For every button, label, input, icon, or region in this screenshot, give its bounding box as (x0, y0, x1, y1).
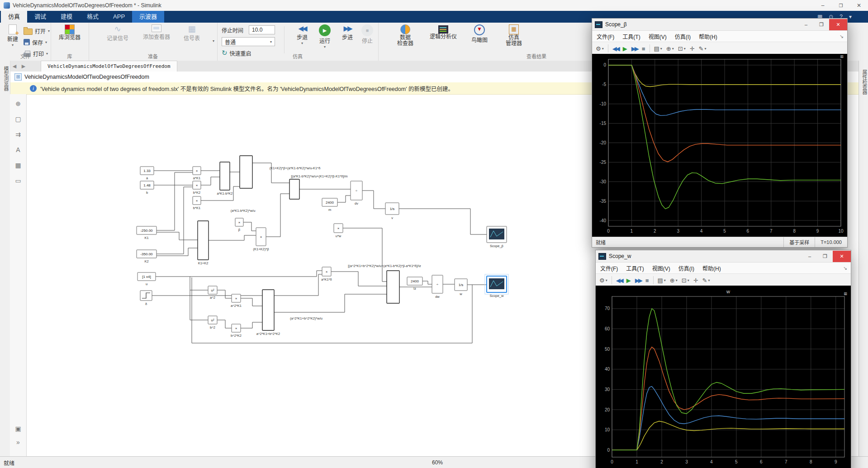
measurements-icon[interactable]: ✛ (690, 45, 695, 52)
property-inspector-tab[interactable]: 属性检查器 (859, 61, 868, 456)
diagram-block[interactable]: ×u*w (334, 224, 343, 238)
diagram-block[interactable]: ×a*K1*δ (321, 267, 332, 282)
brush-icon[interactable]: ✎ (702, 277, 710, 284)
scope-w-window[interactable]: Scope_w – ❐ ✕ 文件(F)工具(T)视图(V)仿真(I)帮助(H)↘… (595, 250, 851, 468)
display-settings-icon[interactable]: ▤ (654, 45, 662, 52)
maximize-button[interactable]: ❐ (817, 251, 833, 262)
signal-table-button[interactable]: ▦ 信号表 (179, 24, 204, 53)
nav-back-icon[interactable]: ◀ (10, 63, 19, 69)
minimize-button[interactable]: – (798, 19, 814, 30)
tab-仿真[interactable]: 仿真 (1, 11, 27, 23)
measurements-icon[interactable]: ✛ (693, 277, 698, 284)
menu-工具(T)[interactable]: 工具(T) (626, 264, 644, 272)
model-browser-tab[interactable]: 模型浏览器 (0, 61, 10, 456)
menu-帮助(H)[interactable]: 帮助(H) (699, 33, 717, 40)
menu-工具(T)[interactable]: 工具(T) (622, 33, 640, 40)
brush-icon[interactable]: ✎ (699, 45, 707, 52)
tab-调试[interactable]: 调试 (27, 11, 53, 23)
signal-routing-icon[interactable]: ⇉ (10, 128, 26, 141)
image-icon[interactable]: ▭ (10, 174, 26, 187)
stop-icon[interactable]: ■ (642, 45, 645, 52)
diagram-block[interactable]: ×b^2*K2 (231, 324, 242, 338)
tab-格式[interactable]: 格式 (80, 11, 106, 23)
diagram-block[interactable]: ×a^2*K1 (231, 294, 242, 308)
diagram-block[interactable]: -350.00K2 (137, 250, 157, 263)
run-icon[interactable]: ▶ (623, 45, 627, 52)
diagram-block[interactable]: K1+K2 (198, 221, 209, 265)
tab-建模[interactable]: 建模 (53, 11, 80, 23)
breadcrumb[interactable]: VehicleDynamicsModelOfTwoDegreesOfFreedo… (24, 74, 149, 80)
diagram-block[interactable]: ×β (235, 218, 243, 232)
close-button[interactable]: ✕ (833, 251, 851, 262)
plot-corner-widget-icon[interactable]: ⊞ (844, 291, 847, 296)
maximize-button[interactable]: ❐ (814, 19, 829, 30)
step-forward-icon[interactable]: ▶▶ (631, 45, 638, 52)
dock-icon[interactable]: ↘ (840, 33, 844, 39)
stop-button[interactable]: ■ 停止 (357, 24, 377, 53)
plot-corner-widget-icon[interactable]: ⊞ (840, 54, 844, 59)
document-tab[interactable]: VehicleDynamicsModelOfTwoDegreesOfFreedo… (41, 61, 177, 72)
menu-视图(V)[interactable]: 视图(V) (652, 264, 670, 272)
minimize-button[interactable] (814, 0, 832, 11)
diagram-block[interactable]: 2400Iz (407, 277, 422, 291)
autoscale-icon[interactable]: ⊡ (678, 45, 686, 52)
minimize-button[interactable]: – (802, 251, 817, 262)
prepare-expand-icon[interactable] (213, 39, 214, 43)
stop-time-input[interactable]: 10.0 (249, 25, 275, 34)
diagram-block[interactable]: ÷dv (351, 181, 362, 205)
diagram-block[interactable] (240, 156, 252, 188)
diagram-block[interactable]: -250.00K1 (137, 226, 157, 240)
text-annotation-icon[interactable]: A (10, 143, 26, 157)
diagram-block[interactable]: ×a*K1 (193, 167, 201, 180)
step-back-button[interactable]: ◀◀ 步退 (292, 24, 312, 53)
diagram-block[interactable]: 1/sw (455, 279, 467, 296)
diagram-block[interactable] (289, 179, 299, 199)
scope-beta-window[interactable]: Scope_β – ❐ ✕ 文件(F)工具(T)视图(V)仿真(I)帮助(H)↘… (592, 18, 848, 248)
menu-仿真(I)[interactable]: 仿真(I) (678, 264, 694, 272)
more-icon[interactable]: ▾ (849, 14, 852, 20)
step-forward-icon[interactable]: ▶▶ (635, 277, 641, 284)
diagram-block[interactable]: 1/sv (385, 203, 399, 220)
dock-icon[interactable]: ↘ (843, 265, 847, 271)
diagram-block[interactable]: ×(K1+K2)*β (253, 228, 270, 251)
birds-eye-button[interactable]: ▼ 鸟瞰图 (467, 24, 492, 53)
tab-APP[interactable]: APP (106, 11, 132, 23)
close-button[interactable]: ✕ (829, 19, 847, 30)
diagram-block[interactable] (387, 271, 399, 303)
add-viewer-button[interactable]: 添加查看器 (139, 24, 174, 53)
diagram-block[interactable]: Scope_β (487, 226, 507, 248)
diagram-block[interactable]: ÷dw (432, 275, 443, 299)
library-browser-button[interactable]: 库浏览器 (58, 24, 81, 53)
diagram-block[interactable]: [1 x4]u (138, 272, 156, 286)
step-back-icon[interactable]: ◀◀ (612, 45, 619, 52)
diagram-block[interactable]: ×b*K2 (193, 181, 201, 195)
expand-icon[interactable]: » (10, 435, 26, 449)
scope-plot-area[interactable]: 0123456789010203040506070w⊞ (596, 286, 851, 468)
step-forward-button[interactable]: ▶▶ 步进 (337, 24, 357, 53)
maximize-button[interactable] (832, 0, 850, 11)
menu-文件(F)[interactable]: 文件(F) (597, 33, 614, 40)
run-icon[interactable]: ▶ (626, 277, 631, 284)
menu-帮助(H)[interactable]: 帮助(H) (702, 264, 721, 272)
logic-analyzer-button[interactable]: 逻辑分析仪 (426, 24, 460, 53)
step-back-icon[interactable]: ◀◀ (616, 277, 622, 284)
diagram-block[interactable]: u²b^2 (208, 316, 217, 330)
scope-titlebar[interactable]: Scope_w – ❐ ✕ (596, 250, 851, 263)
diagram-block[interactable]: 1.48b (140, 181, 154, 195)
diagram-block[interactable]: u²a^2 (208, 286, 217, 300)
new-button[interactable]: 新建 (1, 24, 24, 53)
menu-仿真(I)[interactable]: 仿真(I) (675, 33, 691, 40)
menu-文件(F)[interactable]: 文件(F) (600, 264, 618, 272)
scope-titlebar[interactable]: Scope_β – ❐ ✕ (592, 19, 847, 31)
area-icon[interactable]: ▦ (10, 158, 26, 172)
log-signals-button[interactable]: ∿ 记录信号 (103, 24, 132, 53)
zoom-icon[interactable]: ⊕ (666, 45, 674, 52)
tab-示波器[interactable]: 示波器 (132, 11, 164, 23)
annotation-box-icon[interactable]: ▢ (10, 112, 26, 126)
stop-icon[interactable]: ■ (645, 277, 649, 284)
zoom-icon[interactable]: ⊕ (10, 97, 26, 110)
nav-forward-icon[interactable]: ▶ (19, 63, 28, 69)
diagram-block[interactable]: 2400m (322, 198, 337, 212)
open-button[interactable]: 打开 (24, 25, 50, 36)
diagram-block[interactable]: a*K1-b*K2 (217, 162, 232, 196)
